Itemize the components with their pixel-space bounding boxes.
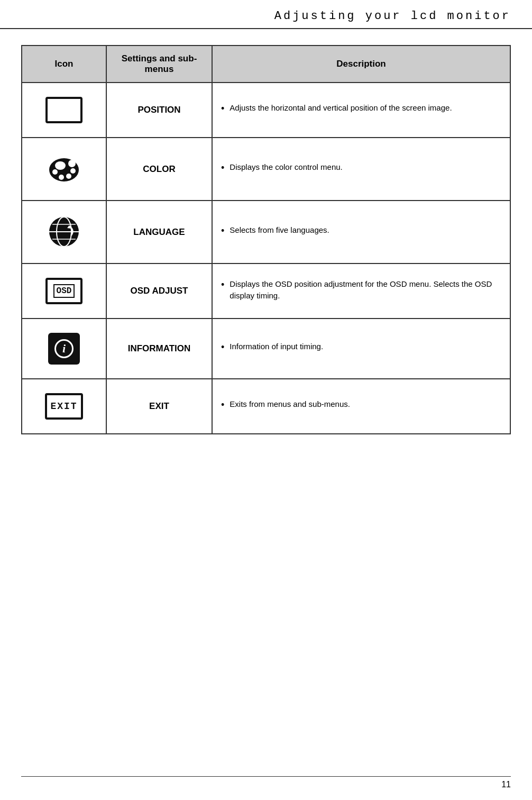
row-description: Information of input timing. xyxy=(221,341,501,354)
row-label: EXIT xyxy=(106,379,212,434)
row-description: Selects from five languages. xyxy=(221,224,501,238)
color-icon xyxy=(31,148,97,190)
page-title: Adjusting your lcd monitor xyxy=(0,0,532,29)
table-row: POSITION Adjusts the horizontal and vert… xyxy=(22,83,510,138)
language-icon xyxy=(31,211,97,253)
row-description: Displays the color control menu. xyxy=(221,161,501,175)
exit-icon: EXIT xyxy=(45,393,83,420)
row-label: INFORMATION xyxy=(106,319,212,379)
svg-point-1 xyxy=(55,161,66,170)
row-label: COLOR xyxy=(106,138,212,201)
svg-point-2 xyxy=(68,160,76,167)
table-row: OSD OSD ADJUST Displays the OSD position… xyxy=(22,263,510,319)
svg-point-3 xyxy=(52,169,58,175)
svg-point-5 xyxy=(66,174,71,179)
row-label: POSITION xyxy=(106,83,212,138)
col-header-settings: Settings and sub-menus xyxy=(106,46,212,83)
svg-point-6 xyxy=(70,168,76,174)
row-label: LANGUAGE xyxy=(106,201,212,263)
row-description: Displays the OSD position adjustment for… xyxy=(221,278,501,302)
table-row: EXIT EXIT Exits from menus and sub-menus… xyxy=(22,379,510,434)
settings-table: Icon Settings and sub-menus Description … xyxy=(21,45,511,434)
table-row: i INFORMATION Information of input timin… xyxy=(22,319,510,379)
position-icon xyxy=(45,97,82,123)
osd-adjust-icon: OSD xyxy=(45,278,82,304)
table-row: LANGUAGE Selects from five languages. xyxy=(22,201,510,263)
page-number: 11 xyxy=(21,776,511,789)
information-icon: i xyxy=(48,333,80,365)
table-row: COLOR Displays the color control menu. xyxy=(22,138,510,201)
svg-point-4 xyxy=(59,175,64,180)
row-label: OSD ADJUST xyxy=(106,263,212,319)
col-header-icon: Icon xyxy=(22,46,106,83)
row-description: Exits from menus and sub-menus. xyxy=(221,398,501,412)
col-header-description: Description xyxy=(212,46,510,83)
row-description: Adjusts the horizontal and vertical posi… xyxy=(221,102,501,115)
